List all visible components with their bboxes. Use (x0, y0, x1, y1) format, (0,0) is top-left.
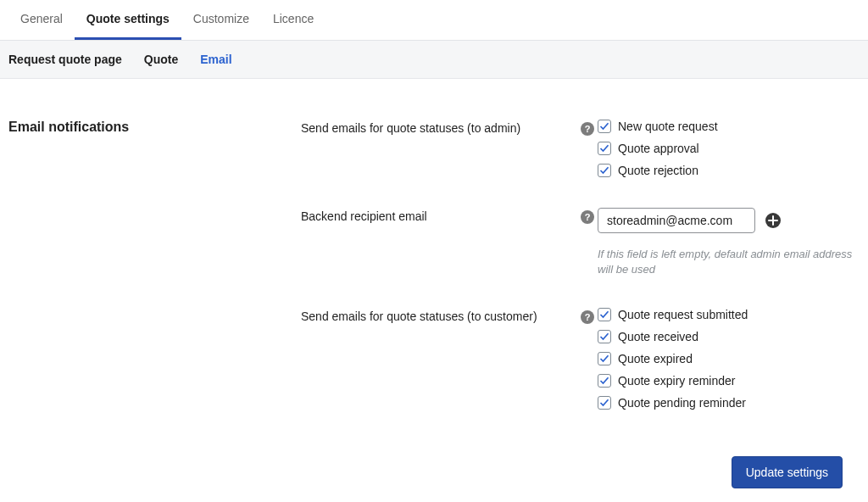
checkbox-label: New quote request (618, 120, 718, 133)
tab-general[interactable]: General (8, 0, 75, 40)
checkbox-label: Quote approval (618, 142, 699, 155)
update-settings-button[interactable]: Update settings (732, 456, 843, 488)
checkbox-icon[interactable] (598, 120, 611, 133)
checkbox-received[interactable]: Quote received (598, 330, 860, 343)
checkbox-pending-reminder[interactable]: Quote pending reminder (598, 396, 860, 410)
checkbox-icon[interactable] (598, 330, 611, 343)
checkbox-icon[interactable] (598, 142, 611, 155)
checkbox-submitted[interactable]: Quote request submitted (598, 308, 860, 321)
add-email-button[interactable] (765, 213, 781, 228)
checkbox-expiry-reminder[interactable]: Quote expiry reminder (598, 374, 860, 388)
checkbox-label: Quote expiry reminder (618, 374, 736, 388)
backend-email-input[interactable] (598, 208, 755, 233)
checkbox-label: Quote pending reminder (618, 396, 746, 410)
content-area: Email notifications Send emails for quot… (0, 79, 868, 427)
checkbox-icon[interactable] (598, 396, 611, 410)
top-tabs: General Quote settings Customize Licence (0, 0, 868, 41)
subnav-email[interactable]: Email (200, 53, 231, 66)
help-icon[interactable]: ? (581, 122, 594, 136)
label-backend-recipient: Backend recipient email (301, 208, 581, 223)
sub-nav: Request quote page Quote Email (0, 41, 868, 79)
tab-quote-settings[interactable]: Quote settings (75, 0, 181, 40)
checkbox-label: Quote expired (618, 352, 693, 365)
subnav-request-quote-page[interactable]: Request quote page (8, 53, 122, 66)
checkbox-label: Quote rejection (618, 164, 698, 177)
label-customer-emails: Send emails for quote statuses (to custo… (301, 308, 581, 323)
tab-customize[interactable]: Customize (181, 0, 261, 40)
help-icon[interactable]: ? (581, 310, 594, 324)
checkbox-label: Quote request submitted (618, 308, 748, 321)
checkbox-expired[interactable]: Quote expired (598, 352, 860, 365)
checkbox-icon[interactable] (598, 164, 611, 177)
checkbox-icon[interactable] (598, 374, 611, 388)
checkbox-icon[interactable] (598, 308, 611, 321)
tab-licence[interactable]: Licence (261, 0, 326, 40)
checkbox-quote-approval[interactable]: Quote approval (598, 142, 860, 155)
checkbox-new-quote-request[interactable]: New quote request (598, 120, 860, 133)
recipient-hint: If this field is left empty, default adm… (598, 247, 860, 277)
checkbox-label: Quote received (618, 330, 698, 343)
section-title: Email notifications (8, 120, 301, 177)
checkbox-icon[interactable] (598, 352, 611, 365)
help-icon[interactable]: ? (581, 210, 594, 224)
checkbox-quote-rejection[interactable]: Quote rejection (598, 164, 860, 177)
label-admin-emails: Send emails for quote statuses (to admin… (301, 120, 581, 135)
subnav-quote[interactable]: Quote (144, 53, 178, 66)
